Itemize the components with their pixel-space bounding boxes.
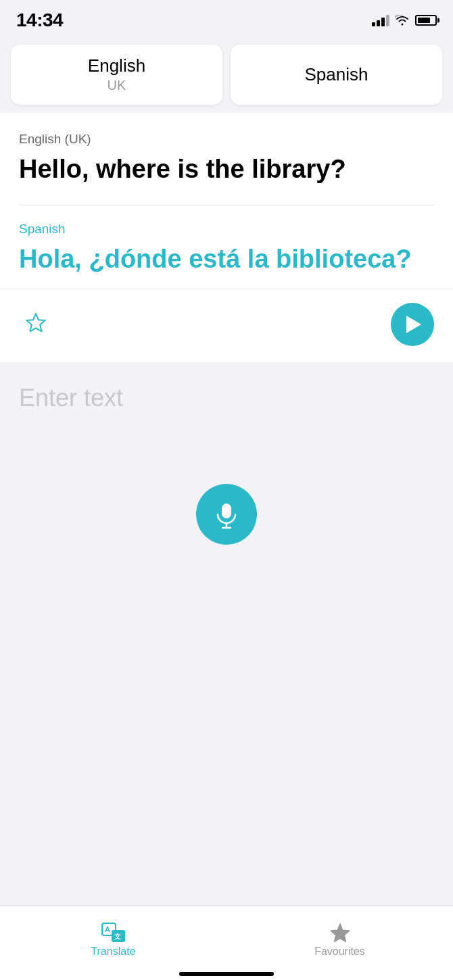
favourite-button[interactable] bbox=[19, 307, 53, 343]
favourites-tab-icon bbox=[328, 923, 352, 943]
play-icon bbox=[406, 316, 421, 333]
target-lang-name: Spanish bbox=[239, 64, 434, 85]
target-language-button[interactable]: Spanish bbox=[231, 45, 442, 105]
tab-translate[interactable]: A 文 Translate bbox=[0, 906, 226, 966]
svg-text:文: 文 bbox=[114, 933, 121, 940]
source-lang-name: English bbox=[19, 55, 214, 76]
star-icon bbox=[22, 310, 50, 338]
svg-text:A: A bbox=[105, 925, 110, 933]
tab-favourites[interactable]: Favourites bbox=[226, 906, 453, 966]
wifi-icon bbox=[395, 15, 410, 26]
translation-area: English (UK) Hello, where is the library… bbox=[0, 113, 453, 289]
tab-favourites-label: Favourites bbox=[314, 946, 365, 958]
home-indicator bbox=[179, 972, 274, 976]
target-lang-label: Spanish bbox=[19, 222, 434, 237]
status-bar: 14:34 bbox=[0, 0, 453, 36]
status-icons bbox=[372, 14, 437, 26]
play-button[interactable] bbox=[391, 303, 434, 346]
actions-row bbox=[0, 289, 453, 362]
signal-bars-icon bbox=[372, 14, 389, 26]
status-time: 14:34 bbox=[16, 9, 63, 31]
battery-icon bbox=[415, 15, 437, 26]
tab-translate-label: Translate bbox=[91, 946, 135, 958]
tab-bar: A 文 Translate Favourites bbox=[0, 906, 453, 980]
source-lang-sub: UK bbox=[19, 76, 214, 94]
language-selector: English UK Spanish bbox=[0, 36, 453, 113]
svg-rect-0 bbox=[222, 504, 231, 518]
source-language-button[interactable]: English UK bbox=[11, 45, 222, 105]
input-area[interactable]: Enter text bbox=[0, 362, 453, 470]
mic-area bbox=[0, 470, 453, 572]
source-lang-label: English (UK) bbox=[19, 132, 434, 147]
microphone-button[interactable] bbox=[196, 484, 257, 545]
divider bbox=[19, 205, 434, 205]
target-text: Hola, ¿dónde está la biblioteca? bbox=[19, 243, 434, 276]
microphone-icon bbox=[212, 499, 241, 529]
source-text: Hello, where is the library? bbox=[19, 153, 434, 186]
translate-tab-icon: A 文 bbox=[101, 923, 126, 943]
text-input-placeholder[interactable]: Enter text bbox=[19, 384, 123, 412]
